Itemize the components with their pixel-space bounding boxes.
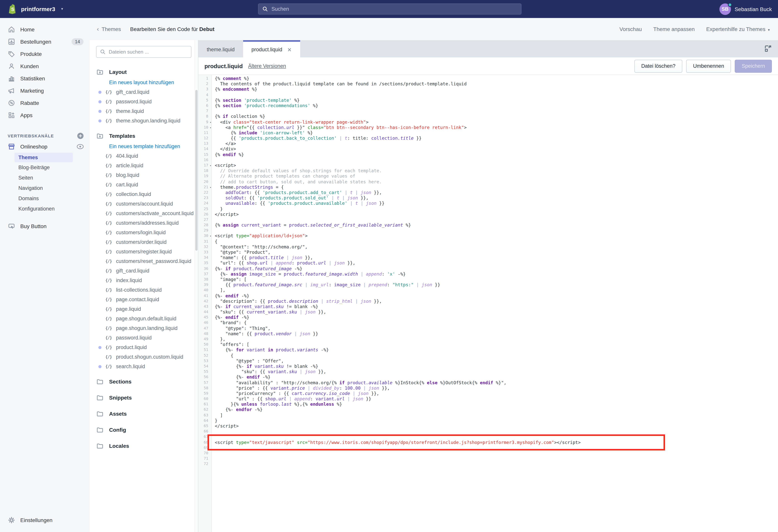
file-item[interactable]: {/}customers/order.liquid [96,237,198,247]
line-number: 7 [198,108,212,114]
file-item[interactable]: {/}customers/login.liquid [96,228,198,237]
rename-button[interactable]: Umbenennen [686,60,731,73]
file-item[interactable]: {/}customers/reset_password.liquid [96,256,198,266]
sidebar-item-home[interactable]: Home [0,23,90,35]
sidebar-item-statistiken[interactable]: Statistiken [0,72,90,85]
line-number: 68 [198,440,212,445]
search-input[interactable] [271,6,517,12]
delete-file-button[interactable]: Datei löschen? [634,60,683,73]
sidebar-item-themes[interactable]: Themes [14,153,73,162]
file-item[interactable]: {/}cart.liquid [96,180,198,189]
code-file-icon: {/} [105,316,116,321]
file-item[interactable]: {/}page.contact.liquid [96,295,198,304]
file-item[interactable]: {/}blog.liquid [96,170,198,180]
line-number: 36 [198,266,212,271]
older-versions-link[interactable]: Ältere Versionen [248,63,286,69]
theme-experts-link[interactable]: Expertenhilfe zu Themes▼ [706,26,770,32]
sidebar-item-apps[interactable]: Apps [0,109,90,121]
file-item[interactable]: {/}theme.shogun.landing.liquid [96,116,198,125]
sidebar-item-onlineshop[interactable]: Onlineshop [0,141,90,153]
fullscreen-button[interactable] [764,45,772,53]
code-line-content [212,108,215,114]
fold-arrow-icon[interactable]: ▾ [210,125,211,130]
file-item[interactable]: {/}list-collections.liquid [96,285,198,295]
user-menu[interactable]: SB Sebastian Buck [719,0,772,18]
code-line: 29 [198,228,778,233]
file-item[interactable]: {/}404.liquid [96,151,198,161]
store-switcher[interactable]: S printformer3 ▼ [8,4,64,14]
fold-arrow-icon[interactable]: ▾ [210,163,211,168]
fold-arrow-icon[interactable]: ▾ [210,185,211,190]
apps-icon [8,111,15,119]
tab-product-liquid[interactable]: product.liquid✕ [243,40,300,58]
file-panel-scrollbar[interactable] [194,40,198,532]
save-button[interactable]: Speichern [735,60,772,73]
global-search[interactable] [258,3,522,14]
sidebar-item-buy-button[interactable]: Buy Button [0,220,90,232]
add-channel-button[interactable] [77,132,84,139]
tab-theme-liquid[interactable]: theme.liquid [198,40,243,58]
sidebar-item-navigation[interactable]: Navigation [0,183,90,193]
sidebar-item-seiten[interactable]: Seiten [0,173,90,183]
file-item[interactable]: {/}search.liquid [96,362,198,371]
sidebar-item-kunden[interactable]: Kunden [0,60,90,72]
tree-folder-templates[interactable]: Templates [96,130,198,142]
view-channel-button[interactable] [77,144,84,149]
code-file-icon: {/} [105,90,116,95]
add-new-layout-link[interactable]: Ein neues layout hinzufügen [96,78,198,87]
file-item[interactable]: {/}article.liquid [96,161,198,170]
discount-badge-icon [8,99,15,107]
file-item[interactable]: {/}page.shogun.default.liquid [96,314,198,324]
file-item[interactable]: {/}gift_card.liquid [96,266,198,276]
tree-folder-sections[interactable]: Sections [96,376,198,387]
file-item[interactable]: {/}gift_card.liquid [96,87,198,97]
tree-folder-locales[interactable]: Locales [96,440,198,452]
code-line-content: </script> [212,211,239,217]
file-item[interactable]: {/}page.shogun.landing.liquid [96,324,198,333]
code-editor[interactable]: 1{% comment %}2 The contents of the prod… [198,75,778,532]
file-item[interactable]: {/}customers/account.liquid [96,199,198,208]
file-item[interactable]: {/}customers/addresses.liquid [96,218,198,228]
code-line: 41{%- endif -%} [198,293,778,298]
breadcrumb-back[interactable]: ‹ Themes [97,26,121,32]
file-item[interactable]: {/}theme.liquid [96,106,198,116]
sidebar-item-produkte[interactable]: Produkte [0,48,90,60]
close-tab-icon[interactable]: ✕ [287,47,292,52]
sidebar-item-blog-beitr-ge[interactable]: Blog-Beiträge [0,162,90,173]
sidebar-item-marketing[interactable]: Marketing [0,85,90,97]
sidebar-item-konfigurationen[interactable]: Konfigurationen [0,204,90,214]
sidebar-item-domains[interactable]: Domains [0,193,90,204]
code-line: 9▾ <div class="text-center return-link-w… [198,119,778,124]
file-item[interactable]: {/}password.liquid [96,333,198,343]
preview-link[interactable]: Vorschau [620,26,642,32]
file-item[interactable]: {/}customers/register.liquid [96,247,198,256]
file-search[interactable] [96,46,191,58]
file-item[interactable]: {/}collection.liquid [96,189,198,199]
code-line: 5{% section 'product-template' %} [198,98,778,103]
sidebar-item-label: Marketing [20,88,44,94]
fold-arrow-icon[interactable]: ▾ [210,119,211,125]
file-search-input[interactable] [109,49,187,55]
fold-arrow-icon[interactable]: ▾ [210,234,211,239]
file-item[interactable]: {/}page.liquid [96,304,198,314]
file-item[interactable]: {/}product.shogun.custom.liquid [96,352,198,362]
line-number: 21▾ [198,184,212,190]
line-number: 11 [198,130,212,136]
tree-folder-assets[interactable]: Assets [96,408,198,420]
sidebar-item-bestellungen[interactable]: Bestellungen14 [0,35,90,48]
tree-folder-layout[interactable]: Layout [96,66,198,78]
file-item[interactable]: {/}password.liquid [96,97,198,106]
sidebar-item-settings[interactable]: Einstellungen [0,514,90,527]
customize-theme-link[interactable]: Theme anpassen [653,26,695,32]
tree-folder-snippets[interactable]: Snippets [96,392,198,404]
file-item[interactable]: {/}product.liquid [96,343,198,352]
code-line: 22 addToCart: {{ 'products.product.add_t… [198,190,778,195]
tree-folder-config[interactable]: Config [96,424,198,436]
code-line-content: {%- endif -%} [212,315,249,320]
file-item[interactable]: {/}index.liquid [96,276,198,285]
line-number: 60 [198,396,212,402]
code-line: 37 {%- assign image_size = product.featu… [198,271,778,277]
add-new-templates-link[interactable]: Ein neues template hinzufügen [96,142,198,151]
file-item[interactable]: {/}customers/activate_account.liquid [96,208,198,218]
sidebar-item-rabatte[interactable]: Rabatte [0,97,90,109]
